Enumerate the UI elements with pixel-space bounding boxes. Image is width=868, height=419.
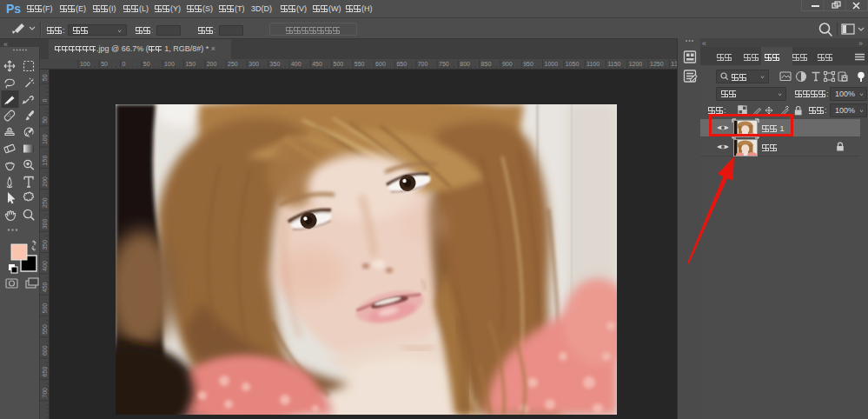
svg-text:500: 500 bbox=[334, 61, 344, 67]
svg-text:600: 600 bbox=[375, 61, 386, 67]
svg-text:350: 350 bbox=[270, 61, 281, 67]
svg-text:450: 450 bbox=[312, 61, 322, 67]
svg-text:700: 700 bbox=[418, 61, 428, 67]
svg-text:1000: 1000 bbox=[545, 61, 559, 67]
svg-text:0: 0 bbox=[123, 61, 126, 67]
svg-text:1200: 1200 bbox=[629, 61, 643, 67]
svg-text:600: 600 bbox=[42, 345, 48, 356]
svg-text:200: 200 bbox=[207, 61, 217, 67]
svg-text:900: 900 bbox=[502, 61, 513, 67]
svg-text:100: 100 bbox=[164, 61, 175, 67]
svg-text:150: 150 bbox=[42, 156, 48, 166]
svg-text:1150: 1150 bbox=[607, 61, 620, 67]
svg-text:250: 250 bbox=[42, 197, 48, 208]
svg-text:50: 50 bbox=[42, 74, 48, 81]
svg-text:550: 550 bbox=[42, 324, 48, 335]
svg-text:250: 250 bbox=[228, 61, 238, 67]
svg-text:400: 400 bbox=[291, 61, 301, 67]
svg-text:100: 100 bbox=[42, 134, 48, 144]
svg-text:850: 850 bbox=[481, 61, 492, 67]
svg-text:950: 950 bbox=[523, 61, 533, 67]
svg-text:1250: 1250 bbox=[650, 61, 664, 67]
svg-text:500: 500 bbox=[42, 303, 48, 314]
svg-text:300: 300 bbox=[42, 219, 48, 229]
svg-text:50: 50 bbox=[42, 116, 48, 123]
svg-text:300: 300 bbox=[248, 61, 259, 67]
svg-text:0: 0 bbox=[42, 99, 48, 103]
svg-text:50: 50 bbox=[143, 61, 150, 67]
svg-text:350: 350 bbox=[42, 240, 48, 250]
svg-text:750: 750 bbox=[439, 61, 449, 67]
svg-text:200: 200 bbox=[42, 176, 48, 187]
svg-text:700: 700 bbox=[42, 388, 48, 398]
svg-text:650: 650 bbox=[42, 367, 48, 377]
svg-text:1300: 1300 bbox=[671, 61, 677, 67]
svg-text:1100: 1100 bbox=[586, 61, 600, 67]
svg-text:400: 400 bbox=[42, 261, 48, 271]
svg-text:150: 150 bbox=[185, 61, 195, 67]
svg-text:450: 450 bbox=[42, 282, 48, 292]
svg-text:50: 50 bbox=[101, 61, 108, 67]
svg-text:650: 650 bbox=[396, 61, 407, 67]
svg-text:1050: 1050 bbox=[566, 61, 580, 67]
svg-text:550: 550 bbox=[354, 61, 365, 67]
svg-text:100: 100 bbox=[80, 61, 90, 67]
svg-text:800: 800 bbox=[460, 61, 470, 67]
